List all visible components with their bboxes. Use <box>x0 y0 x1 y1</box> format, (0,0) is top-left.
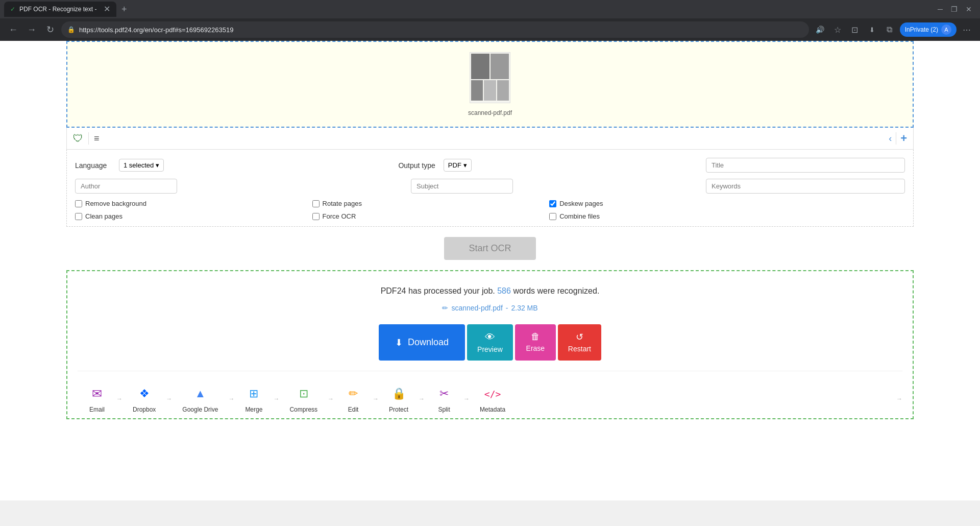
preview-icon: 👁 <box>485 331 495 343</box>
back-button[interactable]: ← <box>6 22 20 37</box>
combine-files-input[interactable] <box>549 213 556 220</box>
share-tool-compress[interactable]: ⊡ Compress <box>279 379 328 418</box>
tab-close-button[interactable]: ✕ <box>104 5 110 13</box>
erase-button[interactable]: 🗑 Erase <box>515 324 556 361</box>
remove-background-checkbox[interactable]: Remove background <box>75 200 312 207</box>
language-dropdown[interactable]: 1 selected ▾ <box>119 159 164 172</box>
browser-view-icon[interactable]: ⊡ <box>848 22 862 37</box>
title-input[interactable] <box>706 158 905 173</box>
keywords-input[interactable] <box>706 179 905 194</box>
forward-button[interactable]: → <box>24 22 39 37</box>
add-file-button[interactable]: + <box>900 132 907 145</box>
arrow-2: → <box>166 395 172 402</box>
share-tool-metadata[interactable]: </> Metadata <box>470 379 516 418</box>
deskew-pages-checkbox[interactable]: Deskew pages <box>549 200 905 207</box>
tab-favicon: ✓ <box>10 6 15 13</box>
force-ocr-label: Force OCR <box>323 212 356 220</box>
deskew-pages-input[interactable] <box>549 200 556 207</box>
start-ocr-section: Start OCR <box>0 237 980 260</box>
arrow-5: → <box>328 395 334 402</box>
results-message: PDF24 has processed your job. 586 words … <box>78 286 902 296</box>
downloads-icon[interactable]: ⬇ <box>865 22 879 37</box>
output-dropdown-arrow-icon: ▾ <box>463 161 467 169</box>
share-tool-protect[interactable]: 🔒 Protect <box>379 379 419 418</box>
arrow-7: → <box>419 395 425 402</box>
restart-button[interactable]: ↺ Restart <box>558 324 601 361</box>
action-buttons: ⬇ Download 👁 Preview 🗑 Erase ↺ Restart <box>78 324 902 361</box>
pencil-icon: ✏ <box>442 304 448 312</box>
gdrive-icon: ▲ <box>191 385 209 403</box>
author-input[interactable] <box>75 179 177 194</box>
file-toolbar: 🛡 ≡ ‹ + <box>66 128 914 150</box>
restore-button[interactable]: ❐ <box>951 5 958 13</box>
arrow-4: → <box>273 395 279 402</box>
gdrive-label: Google Drive <box>182 406 218 413</box>
preview-label: Preview <box>477 345 503 353</box>
force-ocr-checkbox[interactable]: Force OCR <box>312 212 550 220</box>
edit-icon: ✏ <box>344 385 362 403</box>
clean-pages-checkbox[interactable]: Clean pages <box>75 212 312 220</box>
close-button[interactable]: ✕ <box>966 5 972 13</box>
address-bar[interactable]: 🔒 https://tools.pdf24.org/en/ocr-pdf#s=1… <box>61 21 809 38</box>
download-button[interactable]: ⬇ Download <box>379 324 465 361</box>
force-ocr-input[interactable] <box>312 213 320 220</box>
new-tab-button[interactable]: + <box>118 4 130 15</box>
result-file-size: 2.32 MB <box>511 304 537 312</box>
profile-button[interactable]: InPrivate (2) A <box>900 22 957 37</box>
rotate-pages-label: Rotate pages <box>323 200 362 207</box>
browser-tab[interactable]: ✓ PDF OCR - Recognize text - ✕ <box>4 2 116 17</box>
share-tool-dropbox[interactable]: ❖ Dropbox <box>122 379 166 418</box>
output-type-dropdown[interactable]: PDF ▾ <box>444 159 472 172</box>
remove-background-input[interactable] <box>75 200 82 207</box>
language-label: Language <box>75 161 111 170</box>
page-content: scanned-pdf.pdf 🛡 ≡ ‹ + Language 1 selec… <box>0 41 980 500</box>
arrow-3: → <box>228 395 234 402</box>
rotate-pages-checkbox[interactable]: Rotate pages <box>312 200 550 207</box>
read-aloud-icon[interactable]: 🔊 <box>813 22 827 37</box>
output-type-label: Output type <box>398 161 435 170</box>
file-name-label: scanned-pdf.pdf <box>468 109 512 116</box>
browser-chrome: ✓ PDF OCR - Recognize text - ✕ + ─ ❐ ✕ ←… <box>0 0 980 41</box>
arrow-1: → <box>116 395 122 402</box>
erase-label: Erase <box>526 344 545 352</box>
browser-titlebar: ✓ PDF OCR - Recognize text - ✕ + ─ ❐ ✕ <box>0 0 980 18</box>
compress-icon: ⊡ <box>295 385 313 403</box>
result-file-name: scanned-pdf.pdf <box>451 304 502 312</box>
refresh-button[interactable]: ↻ <box>43 22 57 37</box>
rotate-pages-input[interactable] <box>312 200 320 207</box>
output-type-value: PDF <box>448 161 461 169</box>
results-prefix: PDF24 has processed your job. <box>381 286 495 295</box>
start-ocr-button[interactable]: Start OCR <box>444 237 535 260</box>
language-value: 1 selected <box>124 161 154 169</box>
clean-pages-input[interactable] <box>75 213 82 220</box>
settings-row-2 <box>75 179 905 194</box>
subject-input[interactable] <box>411 179 513 194</box>
settings-row-1: Language 1 selected ▾ Output type PDF ▾ <box>75 158 905 173</box>
share-tool-split[interactable]: ✂ Split <box>425 379 463 418</box>
minimize-button[interactable]: ─ <box>938 5 943 13</box>
upload-zone: scanned-pdf.pdf <box>66 41 914 128</box>
lock-icon: 🔒 <box>67 26 75 33</box>
split-icon: ✂ <box>435 385 453 403</box>
tab-title: PDF OCR - Recognize text - <box>19 6 96 13</box>
share-tool-merge[interactable]: ⊞ Merge <box>234 379 273 418</box>
combine-files-checkbox[interactable]: Combine files <box>549 212 905 220</box>
settings-icon[interactable]: ⋯ <box>960 22 974 37</box>
share-tool-email[interactable]: ✉ Email <box>78 379 116 418</box>
nav-prev-button[interactable]: ‹ <box>889 133 892 144</box>
share-tool-gdrive[interactable]: ▲ Google Drive <box>172 379 228 418</box>
remove-background-label: Remove background <box>85 200 146 207</box>
word-count: 586 <box>497 286 511 295</box>
favorites-icon[interactable]: ☆ <box>830 22 845 37</box>
extensions-icon[interactable]: ⧉ <box>883 22 897 37</box>
share-tool-edit[interactable]: ✏ Edit <box>334 379 373 418</box>
preview-button[interactable]: 👁 Preview <box>467 324 513 361</box>
clean-pages-label: Clean pages <box>85 212 122 220</box>
toolbar-separator-1 <box>88 132 89 145</box>
protect-label: Protect <box>389 406 408 413</box>
list-view-icon[interactable]: ≡ <box>94 133 100 144</box>
shield-icon: 🛡 <box>73 133 83 145</box>
arrow-8: → <box>463 395 470 402</box>
metadata-label: Metadata <box>480 406 505 413</box>
browser-controls: ← → ↻ 🔒 https://tools.pdf24.org/en/ocr-p… <box>0 18 980 41</box>
